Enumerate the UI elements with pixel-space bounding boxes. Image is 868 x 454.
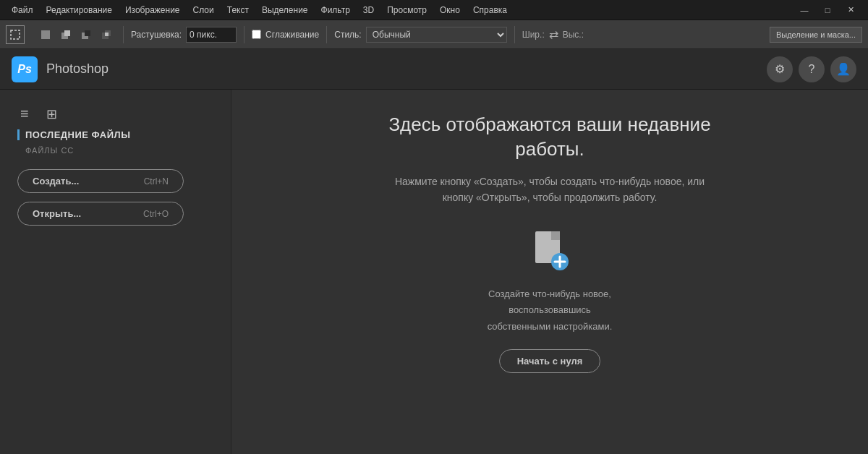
ps-logo: Ps bbox=[12, 56, 38, 82]
recent-files-title: ПОСЛЕДНИЕ ФАЙЛЫ bbox=[17, 129, 213, 140]
maximize-button[interactable]: □ bbox=[816, 0, 839, 20]
separator-1 bbox=[123, 26, 124, 43]
grid-view-button[interactable]: ⊞ bbox=[43, 105, 60, 124]
app-header: Ps Photoshop ⚙ ? 👤 bbox=[0, 49, 868, 90]
menu-file[interactable]: Файл bbox=[6, 4, 39, 17]
subtract-selection-btn[interactable] bbox=[77, 25, 95, 44]
svg-rect-3 bbox=[64, 30, 70, 36]
minimize-button[interactable]: — bbox=[793, 0, 816, 20]
menu-view[interactable]: Просмотр bbox=[381, 4, 433, 17]
menu-help[interactable]: Справка bbox=[467, 4, 513, 17]
menu-filter[interactable]: Фильтр bbox=[315, 4, 356, 17]
svg-rect-8 bbox=[105, 33, 109, 36]
create-button-label: Создать... bbox=[33, 176, 79, 187]
menu-bar: Файл Редактирование Изображение Слои Тек… bbox=[0, 0, 868, 20]
separator-3 bbox=[326, 26, 327, 43]
create-button[interactable]: Создать... Ctrl+N bbox=[17, 169, 184, 193]
new-doc-icon bbox=[527, 228, 573, 275]
header-actions: ⚙ ? 👤 bbox=[767, 56, 856, 82]
cc-files-label: ФАЙЛЫ CC bbox=[17, 146, 213, 155]
smooth-label: Сглаживание bbox=[265, 30, 319, 40]
intersect-selection-btn[interactable] bbox=[97, 25, 116, 44]
new-doc-description: Создайте что-нибудь новое, воспользовавш… bbox=[485, 286, 615, 334]
style-label: Стиль: bbox=[334, 30, 361, 40]
separator-2 bbox=[244, 26, 244, 43]
start-button[interactable]: Начать с нуля bbox=[499, 349, 601, 373]
user-button[interactable]: 👤 bbox=[830, 56, 856, 82]
menu-3d[interactable]: 3D bbox=[357, 4, 380, 17]
svg-rect-0 bbox=[11, 30, 20, 39]
rect-select-tool-btn[interactable] bbox=[6, 25, 25, 44]
settings-button[interactable]: ⚙ bbox=[767, 56, 793, 82]
selection-mask-button[interactable]: Выделение и маска... bbox=[770, 27, 862, 43]
style-select[interactable]: Обычный Фиксированное соотношение Фиксир… bbox=[366, 27, 507, 43]
menu-edit[interactable]: Редактирование bbox=[41, 4, 118, 17]
svg-rect-1 bbox=[41, 30, 50, 39]
feather-input[interactable] bbox=[186, 27, 237, 43]
menu-image[interactable]: Изображение bbox=[119, 4, 186, 17]
create-shortcut: Ctrl+N bbox=[144, 176, 169, 187]
open-button[interactable]: Открыть... Ctrl+O bbox=[17, 202, 184, 226]
menu-text[interactable]: Текст bbox=[221, 4, 255, 17]
selection-tool-group bbox=[6, 25, 25, 44]
window-controls: — □ ✕ bbox=[793, 0, 862, 20]
svg-rect-5 bbox=[85, 30, 90, 36]
feather-label: Растушевка: bbox=[131, 30, 182, 40]
main-content: ≡ ⊞ ПОСЛЕДНИЕ ФАЙЛЫ ФАЙЛЫ CC Создать... … bbox=[0, 90, 868, 454]
height-label: Выс.: bbox=[563, 30, 584, 40]
welcome-title: Здесь отображаются ваши недавние работы. bbox=[354, 113, 745, 162]
help-button[interactable]: ? bbox=[799, 56, 825, 82]
welcome-subtitle: Нажмите кнопку «Создать», чтобы создать … bbox=[383, 174, 716, 206]
swap-icon[interactable]: ⇄ bbox=[549, 27, 558, 41]
open-shortcut: Ctrl+O bbox=[143, 209, 169, 219]
close-button[interactable]: ✕ bbox=[839, 0, 862, 20]
new-selection-btn[interactable] bbox=[36, 25, 55, 44]
smooth-checkbox[interactable] bbox=[252, 30, 261, 39]
selection-mode-group bbox=[36, 25, 116, 44]
menu-window[interactable]: Окно bbox=[434, 4, 466, 17]
left-panel: ≡ ⊞ ПОСЛЕДНИЕ ФАЙЛЫ ФАЙЛЫ CC Создать... … bbox=[0, 90, 231, 454]
toolbar: Растушевка: Сглаживание Стиль: Обычный Ф… bbox=[0, 20, 868, 49]
add-selection-btn[interactable] bbox=[56, 25, 75, 44]
list-view-button[interactable]: ≡ bbox=[17, 104, 32, 124]
width-label: Шир.: bbox=[522, 30, 545, 40]
menu-layers[interactable]: Слои bbox=[187, 4, 220, 17]
right-panel: Здесь отображаются ваши недавние работы.… bbox=[231, 90, 868, 454]
separator-4 bbox=[514, 26, 515, 43]
open-button-label: Открыть... bbox=[33, 208, 81, 219]
svg-rect-11 bbox=[551, 231, 560, 240]
menu-select[interactable]: Выделение bbox=[256, 4, 314, 17]
app-title: Photoshop bbox=[46, 61, 109, 77]
